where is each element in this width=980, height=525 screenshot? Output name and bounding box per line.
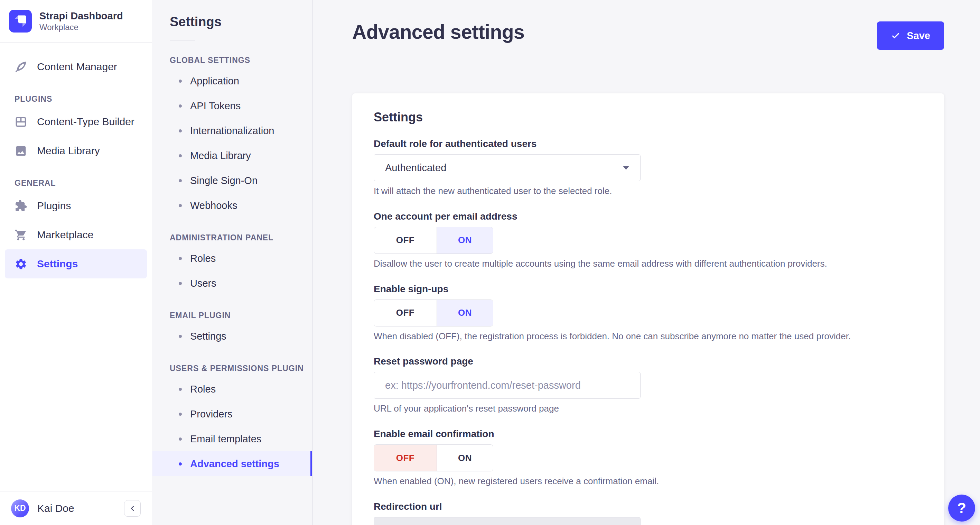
field-redirection-url: Redirection url <box>374 501 923 525</box>
sidebar-item-marketplace[interactable]: Marketplace <box>5 220 147 249</box>
settings-card: Settings Default role for authenticated … <box>352 93 944 525</box>
bullet-icon <box>179 282 182 285</box>
subnav-item-email-templates[interactable]: Email templates <box>153 426 312 452</box>
collapse-sidebar-button[interactable] <box>124 500 141 517</box>
field-default-role: Default role for authenticated users Aut… <box>374 138 923 197</box>
subnav-item-label: Advanced settings <box>190 458 279 470</box>
subnav-item-label: Single Sign-On <box>190 175 258 187</box>
strapi-logo-icon <box>9 10 32 32</box>
subnav-item-media-library[interactable]: Media Library <box>153 143 312 168</box>
field-hint: When disabled (OFF), the registration pr… <box>374 330 923 342</box>
field-hint: URL of your application's reset password… <box>374 403 923 415</box>
field-enable-email-confirmation: Enable email confirmation OFF ON When en… <box>374 429 923 487</box>
help-button[interactable]: ? <box>948 495 975 522</box>
toggle-on-option[interactable]: ON <box>437 445 493 471</box>
sidebar-item-plugins[interactable]: Plugins <box>5 191 147 220</box>
subnav-item-label: Internationalization <box>190 125 274 137</box>
workspace-title: Strapi Dashboard <box>40 10 123 22</box>
field-label: Reset password page <box>374 356 923 367</box>
subnav-item-internationalization[interactable]: Internationalization <box>153 118 312 143</box>
save-button[interactable]: Save <box>877 21 944 50</box>
sidebar-item-label: Media Library <box>37 145 100 157</box>
field-label: One account per email address <box>374 211 923 222</box>
select-value: Authenticated <box>385 162 446 174</box>
field-one-account-per-email: One account per email address OFF ON Dis… <box>374 211 923 270</box>
subnav-item-label: Roles <box>190 383 216 395</box>
settings-gear-icon <box>14 258 27 270</box>
media-library-icon <box>14 145 27 157</box>
sidebar-item-label: Settings <box>37 258 78 270</box>
sidebar-item-label: Content Manager <box>37 61 117 73</box>
redirection-url-input-wrap <box>374 517 641 525</box>
subnav-item-label: Users <box>190 278 216 289</box>
field-label: Redirection url <box>374 501 923 512</box>
field-label: Enable email confirmation <box>374 429 923 440</box>
workspace-subtitle: Workplace <box>40 22 123 32</box>
field-label: Enable sign-ups <box>374 284 923 295</box>
one-account-toggle: OFF ON <box>374 227 493 254</box>
subnav-item-single-sign-on[interactable]: Single Sign-On <box>153 168 312 193</box>
toggle-off-option[interactable]: OFF <box>374 300 437 326</box>
toggle-off-option[interactable]: OFF <box>374 445 437 471</box>
subnav-item-advanced-settings[interactable]: Advanced settings <box>153 452 312 476</box>
subnav-item-label: Webhooks <box>190 200 237 211</box>
field-label: Default role for authenticated users <box>374 138 923 149</box>
subnav-item-label: Settings <box>190 330 226 342</box>
workspace-switcher[interactable]: Strapi Dashboard Workplace <box>0 0 152 43</box>
sidebar-item-label: Marketplace <box>37 229 93 241</box>
subnav-item-api-tokens[interactable]: API Tokens <box>153 93 312 118</box>
sidebar-item-label: Content-Type Builder <box>37 116 134 128</box>
avatar[interactable]: KD <box>11 499 29 517</box>
subnav-section-email-plugin: EMAIL PLUGIN <box>170 311 312 320</box>
bullet-icon <box>179 463 182 466</box>
subnav-item-label: Application <box>190 75 239 87</box>
chevron-left-icon <box>128 504 137 512</box>
sidebar-item-content-manager[interactable]: Content Manager <box>5 52 147 81</box>
subnav-item-admin-roles[interactable]: Roles <box>153 246 312 271</box>
marketplace-icon <box>14 228 27 241</box>
field-hint: Disallow the user to create multiple acc… <box>374 258 923 270</box>
content-manager-icon <box>14 61 27 73</box>
field-hint: When enabled (ON), new registered users … <box>374 476 923 487</box>
sidebar-item-content-type-builder[interactable]: Content-Type Builder <box>5 107 147 136</box>
page-header: Advanced settings Save <box>313 0 980 50</box>
default-role-select[interactable]: Authenticated <box>374 154 641 181</box>
field-enable-sign-ups: Enable sign-ups OFF ON When disabled (OF… <box>374 284 923 342</box>
subnav-item-webhooks[interactable]: Webhooks <box>153 193 312 218</box>
sidebar-item-media-library[interactable]: Media Library <box>5 136 147 165</box>
toggle-on-option[interactable]: ON <box>437 227 493 254</box>
subnav-item-application[interactable]: Application <box>153 69 312 93</box>
toggle-on-option[interactable]: ON <box>437 300 493 326</box>
bullet-icon <box>179 437 182 440</box>
subnav-item-up-roles[interactable]: Roles <box>153 377 312 402</box>
bullet-icon <box>179 179 182 182</box>
subnav-item-label: Email templates <box>190 433 261 445</box>
bullet-icon <box>179 129 182 132</box>
toggle-off-option[interactable]: OFF <box>374 227 437 254</box>
subnav-section-administration-panel: ADMINISTRATION PANEL <box>170 233 312 243</box>
bullet-icon <box>179 154 182 157</box>
subnav-item-admin-users[interactable]: Users <box>153 271 312 296</box>
subnav-title: Settings <box>170 14 312 29</box>
sidebar-section-plugins: PLUGINS <box>14 94 137 104</box>
user-name: Kai Doe <box>37 503 74 514</box>
bullet-icon <box>179 204 182 207</box>
bullet-icon <box>179 388 182 391</box>
reset-password-input[interactable] <box>385 380 629 391</box>
enable-sign-ups-toggle: OFF ON <box>374 300 493 327</box>
field-hint: It will attach the new authenticated use… <box>374 185 923 197</box>
card-title: Settings <box>374 110 923 124</box>
content-type-builder-icon <box>14 115 27 128</box>
plugins-icon <box>14 199 27 212</box>
sidebar-item-settings[interactable]: Settings <box>5 249 147 278</box>
field-reset-password-page: Reset password page URL of your applicat… <box>374 356 923 415</box>
sidebar-item-label: Plugins <box>37 200 71 212</box>
settings-subnav: Settings GLOBAL SETTINGS Application API… <box>153 0 312 525</box>
subnav-item-providers[interactable]: Providers <box>153 402 312 426</box>
sidebar-nav: Content Manager PLUGINS Content-Type Bui… <box>0 43 152 491</box>
page-title: Advanced settings <box>352 20 524 43</box>
subnav-item-email-settings[interactable]: Settings <box>153 324 312 349</box>
check-icon <box>891 31 900 40</box>
email-confirmation-toggle: OFF ON <box>374 444 493 471</box>
subnav-divider <box>170 40 195 40</box>
